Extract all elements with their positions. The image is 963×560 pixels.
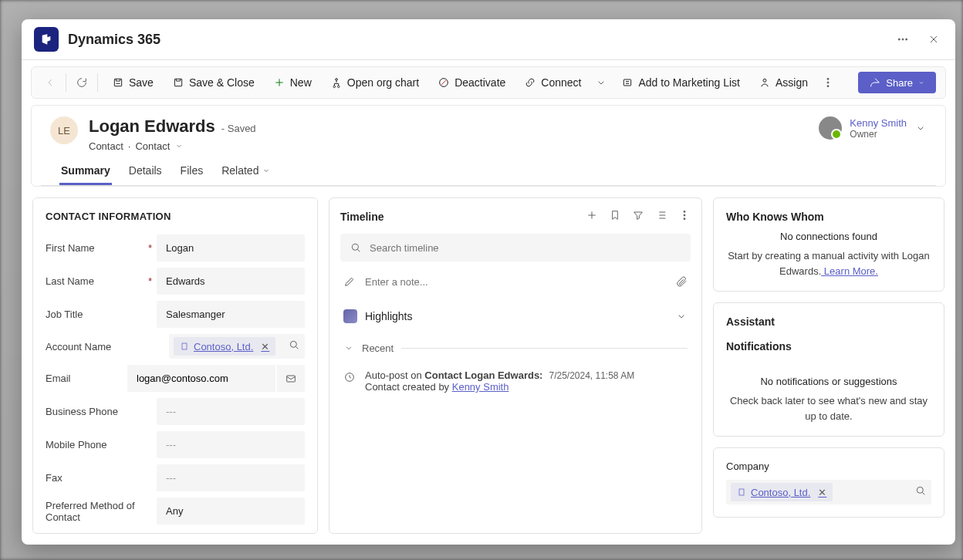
who-knows-panel: Who Knows Whom No connections found Star… (713, 197, 944, 292)
assign-button[interactable]: Assign (751, 72, 816, 93)
list-icon[interactable] (655, 209, 667, 224)
label-first-name: First Name (46, 242, 157, 254)
timeline-search[interactable] (340, 234, 691, 261)
no-connections-text: No connections found (726, 231, 931, 242)
app-icon (34, 27, 59, 52)
deactivate-button[interactable]: Deactivate (430, 72, 513, 93)
account-chip: Contoso, Ltd.✕ (174, 337, 275, 356)
company-panel: Company Contoso, Ltd.✕ (713, 447, 944, 518)
record-avatar: LE (50, 116, 78, 144)
search-timeline-input[interactable] (370, 242, 681, 254)
open-org-chart-button[interactable]: Open org chart (323, 72, 427, 93)
svg-point-21 (917, 487, 923, 493)
preferred-method-field[interactable] (157, 498, 305, 525)
share-button[interactable]: Share (858, 72, 936, 93)
svg-rect-12 (182, 343, 187, 349)
pencil-icon (343, 275, 356, 288)
no-notifications-text: No notifications or suggestions (726, 376, 931, 387)
svg-point-15 (684, 211, 685, 212)
business-phone-field[interactable] (157, 398, 305, 425)
tab-related[interactable]: Related (220, 158, 272, 185)
last-name-field[interactable] (157, 268, 305, 295)
svg-point-11 (827, 86, 829, 87)
chevron-down-icon (343, 342, 354, 354)
search-icon[interactable] (288, 339, 300, 354)
highlights-icon (343, 309, 357, 323)
saved-indicator: - Saved (221, 123, 256, 134)
tabs: Summary Details Files Related (41, 152, 936, 186)
label-business-phone: Business Phone (46, 406, 157, 417)
tab-files[interactable]: Files (179, 158, 205, 185)
timeline-panel: Timeline Highlights (329, 197, 702, 534)
svg-point-8 (763, 79, 766, 82)
svg-point-9 (827, 78, 829, 79)
svg-point-17 (684, 218, 685, 220)
svg-point-1 (902, 39, 904, 40)
owner-name: Kenny Smith (850, 117, 907, 129)
label-mobile-phone: Mobile Phone (46, 439, 157, 450)
filter-icon[interactable] (632, 209, 644, 224)
record-header: LE Logan Edwards - Saved Contact · Conta… (32, 106, 945, 152)
label-preferred-method: Preferred Method of Contact (46, 500, 157, 523)
chevron-down-icon[interactable] (174, 140, 184, 152)
remove-chip-icon[interactable]: ✕ (261, 341, 269, 353)
timeline-title: Timeline (340, 211, 586, 223)
attachment-icon[interactable] (675, 275, 688, 288)
account-name-lookup[interactable]: Contoso, Ltd.✕ (169, 334, 305, 359)
learn-more-link[interactable]: Learn More. (821, 265, 878, 277)
post-timestamp: 7/25/2024, 11:58 AM (549, 370, 634, 381)
label-last-name: Last Name (46, 275, 157, 287)
bookmark-icon[interactable] (609, 209, 621, 224)
fax-field[interactable] (157, 464, 305, 491)
add-marketing-button[interactable]: Add to Marketing List (613, 72, 748, 93)
timeline-post[interactable]: Auto-post on Contact Logan Edwards: 7/25… (340, 363, 691, 399)
svg-rect-3 (114, 79, 121, 86)
entity-type-2: Contact (135, 140, 170, 152)
email-field[interactable] (127, 365, 275, 392)
new-button[interactable]: New (265, 72, 319, 93)
search-icon (350, 241, 362, 254)
note-row[interactable] (340, 268, 691, 295)
record-title: Logan Edwards (89, 116, 215, 137)
dynamics-modal: Dynamics 365 Save Save & Close New Open … (22, 19, 955, 545)
label-fax: Fax (46, 472, 157, 484)
mobile-phone-field[interactable] (157, 431, 305, 458)
highlights-row[interactable]: Highlights (340, 302, 691, 331)
chevron-down-icon (675, 310, 688, 322)
svg-point-10 (827, 82, 829, 83)
note-input[interactable] (365, 276, 666, 288)
close-icon[interactable] (924, 30, 943, 49)
save-button[interactable]: Save (104, 72, 161, 93)
company-lookup[interactable]: Contoso, Ltd.✕ (726, 480, 931, 504)
assistant-panel: Assistant Notifications No notifications… (713, 302, 944, 437)
connect-dropdown-icon[interactable] (592, 73, 610, 92)
recent-header[interactable]: Recent (340, 337, 691, 359)
add-icon[interactable] (586, 209, 598, 224)
mail-icon[interactable] (277, 365, 305, 392)
owner-block[interactable]: Kenny Smith Owner (819, 116, 927, 140)
overflow-icon[interactable] (819, 73, 837, 92)
svg-point-13 (290, 341, 296, 347)
tab-summary[interactable]: Summary (59, 158, 112, 185)
job-title-field[interactable] (157, 301, 305, 328)
svg-point-16 (684, 214, 685, 216)
connect-button[interactable]: Connect (516, 72, 589, 93)
post-author-link[interactable]: Kenny Smith (452, 381, 509, 393)
svg-rect-20 (739, 489, 744, 495)
first-name-field[interactable] (157, 234, 305, 261)
more-options-icon[interactable] (894, 30, 912, 49)
entity-type-1: Contact (89, 140, 123, 152)
chevron-down-icon[interactable] (914, 122, 927, 134)
svg-rect-7 (624, 79, 631, 86)
svg-point-5 (335, 79, 337, 81)
owner-role: Owner (850, 129, 907, 140)
back-button[interactable] (41, 73, 59, 92)
more-icon[interactable] (678, 209, 691, 224)
refresh-button[interactable] (73, 73, 91, 92)
search-icon[interactable] (914, 484, 927, 500)
svg-point-0 (898, 39, 900, 40)
tab-details[interactable]: Details (127, 158, 164, 185)
remove-chip-icon[interactable]: ✕ (818, 487, 826, 498)
save-close-button[interactable]: Save & Close (164, 72, 262, 93)
svg-point-2 (906, 39, 907, 40)
